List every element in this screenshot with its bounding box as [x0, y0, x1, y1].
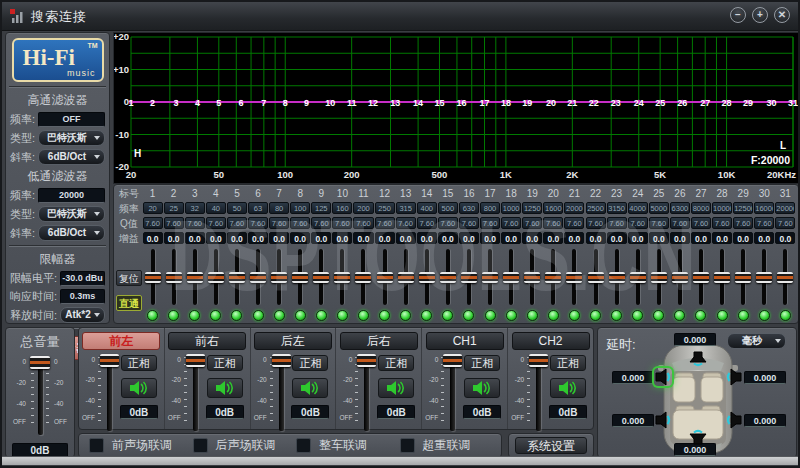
- channel-level-field[interactable]: 0dB: [549, 405, 587, 419]
- band-frequency-field[interactable]: 250: [375, 202, 395, 214]
- hpf-select[interactable]: 巴特沃斯: [38, 130, 105, 146]
- band-frequency-field[interactable]: 20000: [775, 202, 795, 214]
- band-frequency-field[interactable]: 800: [480, 202, 500, 214]
- channel-select-button[interactable]: 后右: [340, 332, 418, 350]
- band-frequency-field[interactable]: 16000: [754, 202, 774, 214]
- band-gain-slider[interactable]: [522, 249, 543, 305]
- speaker-position-rear-right[interactable]: [725, 411, 743, 429]
- slider-handle[interactable]: [545, 272, 561, 283]
- eq-reset-button[interactable]: 复位: [116, 270, 142, 286]
- slider-handle[interactable]: [292, 272, 308, 283]
- band-q-field[interactable]: 7.60: [670, 217, 690, 229]
- band-gain-slider[interactable]: [353, 249, 374, 305]
- speaker-position-front-right[interactable]: [725, 368, 743, 386]
- slider-handle[interactable]: [271, 272, 287, 283]
- band-gain-field[interactable]: 0.0: [396, 232, 416, 244]
- fader-handle[interactable]: [529, 354, 548, 367]
- speaker-position-front-left[interactable]: [654, 368, 672, 386]
- band-gain-slider[interactable]: [564, 249, 585, 305]
- band-frequency-field[interactable]: 50: [227, 202, 247, 214]
- band-q-field[interactable]: 7.60: [311, 217, 331, 229]
- maximize-button[interactable]: +: [752, 7, 768, 23]
- band-q-field[interactable]: 7.60: [754, 217, 774, 229]
- fader-handle[interactable]: [443, 354, 462, 367]
- band-frequency-field[interactable]: 63: [248, 202, 268, 214]
- band-gain-field[interactable]: 0.0: [607, 232, 627, 244]
- hpf-input[interactable]: OFF: [38, 112, 105, 127]
- band-q-field[interactable]: 7.60: [290, 217, 310, 229]
- limiter-select[interactable]: Atk*2: [60, 307, 105, 323]
- band-frequency-field[interactable]: 200: [353, 202, 373, 214]
- band-gain-field[interactable]: 0.0: [375, 232, 395, 244]
- minimize-button[interactable]: −: [730, 7, 746, 23]
- slider-handle[interactable]: [482, 272, 498, 283]
- lpf-input[interactable]: 20000: [38, 188, 105, 203]
- band-gain-slider[interactable]: [543, 249, 564, 305]
- lpf-select[interactable]: 6dB/Oct: [38, 225, 105, 241]
- band-frequency-field[interactable]: 400: [417, 202, 437, 214]
- band-frequency-field[interactable]: 3150: [607, 202, 627, 214]
- phase-button[interactable]: 正相: [464, 355, 500, 371]
- band-gain-slider[interactable]: [247, 249, 268, 305]
- checkbox[interactable]: [296, 438, 311, 453]
- slider-handle[interactable]: [334, 272, 350, 283]
- band-gain-field[interactable]: 0.0: [311, 232, 331, 244]
- band-gain-slider[interactable]: [416, 249, 437, 305]
- phase-button[interactable]: 正相: [550, 355, 586, 371]
- slider-handle[interactable]: [250, 272, 266, 283]
- band-gain-slider[interactable]: [184, 249, 205, 305]
- band-gain-slider[interactable]: [585, 249, 606, 305]
- band-gain-field[interactable]: 0.0: [480, 232, 500, 244]
- channel-select-button[interactable]: 前右: [168, 332, 246, 350]
- fader-handle[interactable]: [357, 354, 376, 367]
- mute-button[interactable]: [121, 378, 157, 398]
- mute-button[interactable]: [550, 378, 586, 398]
- band-gain-field[interactable]: 0.0: [501, 232, 521, 244]
- band-gain-slider[interactable]: [690, 249, 711, 305]
- band-q-field[interactable]: 7.60: [185, 217, 205, 229]
- slider-handle[interactable]: [524, 272, 540, 283]
- band-gain-slider[interactable]: [648, 249, 669, 305]
- fader-handle[interactable]: [272, 354, 291, 367]
- channel-level-field[interactable]: 0dB: [291, 405, 329, 419]
- band-frequency-field[interactable]: 100: [290, 202, 310, 214]
- band-gain-slider[interactable]: [395, 249, 416, 305]
- band-q-field[interactable]: 7.60: [543, 217, 563, 229]
- band-frequency-field[interactable]: 5000: [649, 202, 669, 214]
- band-gain-field[interactable]: 0.0: [564, 232, 584, 244]
- delay-value-rear-right[interactable]: 0.000: [744, 414, 786, 427]
- fader-handle[interactable]: [186, 354, 205, 367]
- band-q-field[interactable]: 7.60: [248, 217, 268, 229]
- speaker-position-rear-center[interactable]: [689, 428, 707, 446]
- checkbox[interactable]: [89, 438, 104, 453]
- band-gain-field[interactable]: 0.0: [164, 232, 184, 244]
- band-q-field[interactable]: 7.60: [586, 217, 606, 229]
- system-settings-button[interactable]: 系统设置: [515, 437, 587, 454]
- band-gain-slider[interactable]: [437, 249, 458, 305]
- slider-handle[interactable]: [187, 272, 203, 283]
- band-gain-field[interactable]: 0.0: [691, 232, 711, 244]
- band-gain-slider[interactable]: [226, 249, 247, 305]
- band-q-field[interactable]: 7.60: [164, 217, 184, 229]
- phase-button[interactable]: 正相: [207, 355, 243, 371]
- mute-button[interactable]: [464, 378, 500, 398]
- slider-handle[interactable]: [398, 272, 414, 283]
- band-gain-field[interactable]: 0.0: [586, 232, 606, 244]
- slider-handle[interactable]: [461, 272, 477, 283]
- phase-button[interactable]: 正相: [378, 355, 414, 371]
- speaker-position-front-center[interactable]: [689, 350, 707, 368]
- linkage-checkbox-后声场联调[interactable]: 后声场联调: [187, 437, 291, 454]
- band-gain-slider[interactable]: [332, 249, 353, 305]
- band-gain-field[interactable]: 0.0: [754, 232, 774, 244]
- lpf-select[interactable]: 巴特沃斯: [38, 206, 105, 222]
- band-frequency-field[interactable]: 1600: [543, 202, 563, 214]
- slider-handle[interactable]: [651, 272, 667, 283]
- band-q-field[interactable]: 7.60: [459, 217, 479, 229]
- channel-select-button[interactable]: CH2: [512, 332, 590, 350]
- linkage-checkbox-整车联调[interactable]: 整车联调: [290, 437, 394, 454]
- mute-button[interactable]: [378, 378, 414, 398]
- band-gain-slider[interactable]: [669, 249, 690, 305]
- band-frequency-field[interactable]: 8000: [691, 202, 711, 214]
- band-gain-slider[interactable]: [374, 249, 395, 305]
- band-q-field[interactable]: 7.60: [712, 217, 732, 229]
